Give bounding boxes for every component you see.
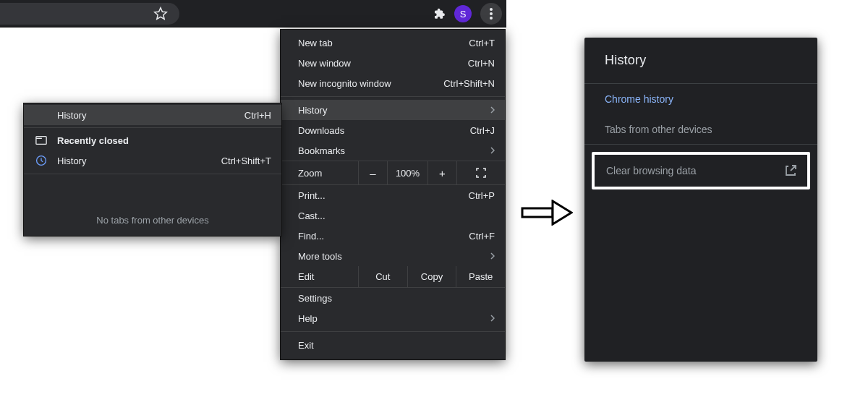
menu-label: Exit xyxy=(298,340,495,351)
menu-label: New incognito window xyxy=(298,78,443,89)
side-item-other-devices[interactable]: Tabs from other devices xyxy=(584,114,817,145)
edit-copy-button[interactable]: Copy xyxy=(408,266,457,287)
side-item-chrome-history[interactable]: Chrome history xyxy=(584,84,817,114)
menu-label: Settings xyxy=(298,293,495,304)
menu-item-zoom: Zoom – 100% + xyxy=(281,161,505,185)
history-submenu: History Ctrl+H Recently closed History C… xyxy=(24,103,281,236)
menu-label: Find... xyxy=(298,231,469,242)
menu-shortcut: Ctrl+N xyxy=(468,58,495,69)
menu-shortcut: Ctrl+T xyxy=(469,38,495,48)
chevron-right-icon xyxy=(490,315,495,322)
chrome-menu: New tab Ctrl+T New window Ctrl+N New inc… xyxy=(281,30,505,359)
menu-shortcut: Ctrl+J xyxy=(470,125,495,136)
submenu-heading-recently-closed: Recently closed xyxy=(24,130,281,150)
submenu-shortcut: Ctrl+H xyxy=(244,110,271,121)
zoom-label: Zoom xyxy=(281,161,359,184)
submenu-footer: No tabs from other devices xyxy=(24,174,281,234)
submenu-label: History xyxy=(57,155,213,166)
history-clock-icon xyxy=(35,155,47,166)
menu-item-help[interactable]: Help xyxy=(281,308,505,328)
menu-label: More tools xyxy=(298,251,490,262)
side-panel-title-text: History xyxy=(605,53,646,68)
side-panel-title: History xyxy=(584,38,817,84)
submenu-label: History xyxy=(57,110,236,121)
tab-icon xyxy=(35,135,47,146)
menu-item-new-incognito[interactable]: New incognito window Ctrl+Shift+N xyxy=(281,73,505,93)
kebab-icon xyxy=(490,8,493,20)
submenu-shortcut: Ctrl+Shift+T xyxy=(221,155,271,166)
zoom-percentage: 100% xyxy=(388,161,428,184)
avatar-initial: S xyxy=(460,9,467,20)
clear-browsing-data-button[interactable]: Clear browsing data xyxy=(592,152,810,189)
side-item-label: Tabs from other devices xyxy=(605,124,712,135)
menu-shortcut: Ctrl+F xyxy=(469,231,495,242)
menu-item-downloads[interactable]: Downloads Ctrl+J xyxy=(281,120,505,140)
menu-separator xyxy=(281,96,505,97)
menu-item-exit[interactable]: Exit xyxy=(281,335,505,355)
menu-item-print[interactable]: Print... Ctrl+P xyxy=(281,185,505,205)
svg-rect-3 xyxy=(36,137,46,145)
menu-label: New window xyxy=(298,58,468,69)
menu-kebab-button[interactable] xyxy=(480,3,502,25)
zoom-out-button[interactable]: – xyxy=(359,161,388,184)
menu-item-more-tools[interactable]: More tools xyxy=(281,246,505,266)
edit-paste-button[interactable]: Paste xyxy=(456,266,505,287)
menu-separator xyxy=(281,331,505,332)
menu-item-history[interactable]: History xyxy=(281,100,505,120)
menu-label: Downloads xyxy=(298,125,470,136)
submenu-item-restore-history[interactable]: History Ctrl+Shift+T xyxy=(24,150,281,171)
menu-item-new-tab[interactable]: New tab Ctrl+T xyxy=(281,33,505,53)
svg-point-1 xyxy=(490,12,493,15)
bookmark-star-icon[interactable] xyxy=(153,7,168,21)
chevron-right-icon xyxy=(490,106,495,114)
chevron-right-icon xyxy=(490,252,495,260)
history-side-panel: History Chrome history Tabs from other d… xyxy=(584,38,817,362)
submenu-heading-text: Recently closed xyxy=(57,135,129,146)
fullscreen-button[interactable] xyxy=(457,168,505,178)
menu-shortcut: Ctrl+P xyxy=(469,190,495,201)
menu-label: New tab xyxy=(298,38,469,48)
open-in-new-icon xyxy=(784,164,797,177)
menu-item-edit: Edit Cut Copy Paste xyxy=(281,266,505,288)
menu-label: Bookmarks xyxy=(298,145,490,156)
menu-shortcut: Ctrl+Shift+N xyxy=(443,78,495,89)
menu-label: Cast... xyxy=(298,210,495,221)
submenu-footer-text: No tabs from other devices xyxy=(96,215,208,226)
edit-label: Edit xyxy=(281,266,359,287)
chevron-right-icon xyxy=(490,147,495,154)
profile-avatar[interactable]: S xyxy=(454,5,472,22)
menu-label: History xyxy=(298,105,490,116)
menu-item-new-window[interactable]: New window Ctrl+N xyxy=(281,53,505,73)
submenu-separator xyxy=(24,127,281,128)
browser-toolbar: S xyxy=(0,0,506,27)
submenu-item-history[interactable]: History Ctrl+H xyxy=(24,105,281,125)
menu-item-cast[interactable]: Cast... xyxy=(281,205,505,226)
svg-rect-5 xyxy=(522,208,553,217)
menu-label: Help xyxy=(298,313,490,324)
zoom-in-button[interactable]: + xyxy=(428,161,457,184)
menu-item-settings[interactable]: Settings xyxy=(281,288,505,308)
extensions-icon[interactable] xyxy=(433,7,446,20)
arrow-icon xyxy=(521,200,573,226)
edit-cut-button[interactable]: Cut xyxy=(359,266,408,287)
svg-point-2 xyxy=(490,17,493,20)
fullscreen-icon xyxy=(476,168,486,178)
side-item-label: Chrome history xyxy=(605,93,673,105)
menu-label: Print... xyxy=(298,190,469,201)
menu-item-bookmarks[interactable]: Bookmarks xyxy=(281,140,505,161)
clear-browsing-data-label: Clear browsing data xyxy=(606,165,697,176)
menu-item-find[interactable]: Find... Ctrl+F xyxy=(281,226,505,246)
omnibox[interactable] xyxy=(0,3,179,25)
svg-point-0 xyxy=(490,8,493,11)
